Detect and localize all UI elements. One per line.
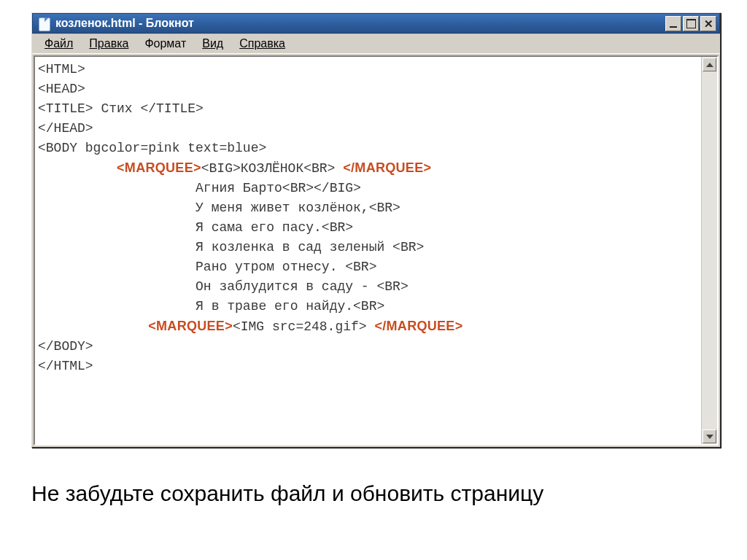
vertical-scrollbar[interactable]: [701, 57, 717, 444]
scroll-down-button[interactable]: [703, 429, 716, 443]
code-l04: </HEAD>: [38, 121, 93, 136]
menubar: Файл Правка Формат Вид Справка: [32, 34, 720, 54]
text-editor[interactable]: <HTML> <HEAD> <TITLE> Стих </TITLE> </HE…: [35, 57, 702, 444]
menu-edit[interactable]: Правка: [81, 36, 136, 52]
code-l10: Я козленка в сад зеленый <BR>: [38, 240, 424, 254]
code-l13: Я в траве его найду.<BR>: [38, 299, 384, 314]
menu-view-label: Вид: [202, 37, 223, 50]
menu-help[interactable]: Справка: [231, 36, 293, 52]
window-title: козленок.html - Блокнот: [55, 17, 665, 30]
menu-format-label: Формат: [144, 37, 186, 50]
menu-file[interactable]: Файл: [36, 36, 81, 52]
client-area: <HTML> <HEAD> <TITLE> Стих </TITLE> </HE…: [34, 55, 719, 446]
menu-help-label: Справка: [239, 37, 285, 50]
code-l07: Агния Барто<BR></BIG>: [38, 181, 361, 195]
minimize-button[interactable]: [665, 16, 681, 31]
code-l09: Я сама его пасу.<BR>: [38, 220, 353, 235]
marquee-open-1: <MARQUEE>: [117, 160, 201, 175]
code-l16: </HTML>: [38, 359, 93, 373]
notepad-window: козленок.html - Блокнот ✕ Файл Правка Фо…: [31, 12, 721, 448]
code-l11: Рано утром отнесу. <BR>: [38, 260, 376, 274]
titlebar[interactable]: козленок.html - Блокнот ✕: [32, 13, 720, 34]
code-l02: <HEAD>: [38, 82, 85, 96]
menu-edit-label: Правка: [89, 37, 128, 50]
maximize-button[interactable]: [683, 16, 699, 31]
code-l15: </BODY>: [38, 339, 93, 354]
slide-caption: Не забудьте сохранить файл и обновить ст…: [31, 481, 543, 506]
marquee-close-2: </MARQUEE>: [374, 319, 462, 333]
marquee-open-2: <MARQUEE>: [148, 319, 233, 333]
code-l14-mid: <IMG src=248.gif>: [233, 319, 367, 334]
code-l06-mid: <BIG>КОЗЛЁНОК<BR>: [201, 161, 336, 176]
scroll-up-button[interactable]: [703, 58, 716, 71]
code-l12: Он заблудится в саду - <BR>: [38, 279, 409, 294]
code-l06-pre: [38, 161, 117, 176]
marquee-close-1: </MARQUEE>: [343, 160, 431, 175]
menu-view[interactable]: Вид: [194, 36, 231, 52]
code-l05: <BODY bgcolor=pink text=blue>: [38, 141, 266, 155]
code-l03: <TITLE> Стих </TITLE>: [38, 101, 204, 116]
menu-format[interactable]: Формат: [136, 36, 194, 52]
window-buttons: ✕: [665, 16, 716, 31]
notepad-icon: [37, 16, 50, 31]
code-l01: <HTML>: [38, 62, 85, 77]
slide: козленок.html - Блокнот ✕ Файл Правка Фо…: [0, 0, 747, 560]
close-button[interactable]: ✕: [700, 16, 716, 31]
code-l14-pre: [38, 319, 148, 334]
menu-file-label: Файл: [44, 37, 73, 50]
code-l08: У меня живет козлёнок,<BR>: [38, 201, 400, 215]
